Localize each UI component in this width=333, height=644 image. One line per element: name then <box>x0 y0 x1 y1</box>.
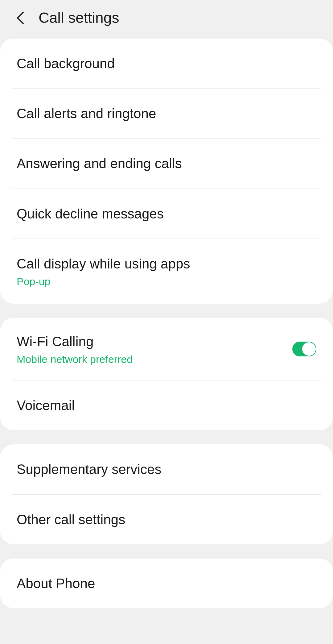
answering-ending-calls-item[interactable]: Answering and ending calls <box>0 139 333 188</box>
list-item-label: Other call settings <box>17 511 316 528</box>
list-item-label: Supplementary services <box>17 460 316 478</box>
toggle-area <box>281 339 316 359</box>
toggle-knob <box>302 342 316 356</box>
list-item-label: Wi-Fi Calling <box>17 333 281 350</box>
list-item-subtitle: Mobile network preferred <box>17 353 281 365</box>
list-item-text: Wi-Fi Calling Mobile network preferred <box>17 333 281 365</box>
vertical-divider <box>281 339 281 359</box>
other-call-settings-item[interactable]: Other call settings <box>0 495 333 544</box>
call-display-while-using-apps-item[interactable]: Call display while using apps Pop-up <box>0 239 333 304</box>
quick-decline-messages-item[interactable]: Quick decline messages <box>0 189 333 239</box>
list-item-label: Call display while using apps <box>17 255 316 272</box>
list-item-label: Call alerts and ringtone <box>17 105 316 122</box>
call-background-item[interactable]: Call background <box>0 39 333 88</box>
supplementary-services-item[interactable]: Supplementary services <box>0 444 333 494</box>
page-title: Call settings <box>39 9 119 26</box>
list-item-label: Answering and ending calls <box>17 155 316 172</box>
settings-group-2: Wi-Fi Calling Mobile network preferred V… <box>0 318 333 430</box>
settings-group-1: Call background Call alerts and ringtone… <box>0 39 333 304</box>
header: Call settings <box>0 0 333 39</box>
chevron-left-icon <box>16 11 24 25</box>
list-item-subtitle: Pop-up <box>17 276 316 288</box>
back-button[interactable] <box>14 12 26 24</box>
voicemail-item[interactable]: Voicemail <box>0 380 333 430</box>
list-item-label: Voicemail <box>17 397 316 414</box>
settings-group-4: About Phone <box>0 559 333 608</box>
list-item-label: About Phone <box>17 575 316 592</box>
wifi-calling-toggle[interactable] <box>292 342 316 356</box>
wifi-calling-item[interactable]: Wi-Fi Calling Mobile network preferred <box>0 318 333 380</box>
list-item-label: Quick decline messages <box>17 205 316 222</box>
settings-group-3: Supplementary services Other call settin… <box>0 444 333 544</box>
call-alerts-ringtone-item[interactable]: Call alerts and ringtone <box>0 89 333 138</box>
about-phone-item[interactable]: About Phone <box>0 559 333 608</box>
list-item-label: Call background <box>17 55 316 72</box>
